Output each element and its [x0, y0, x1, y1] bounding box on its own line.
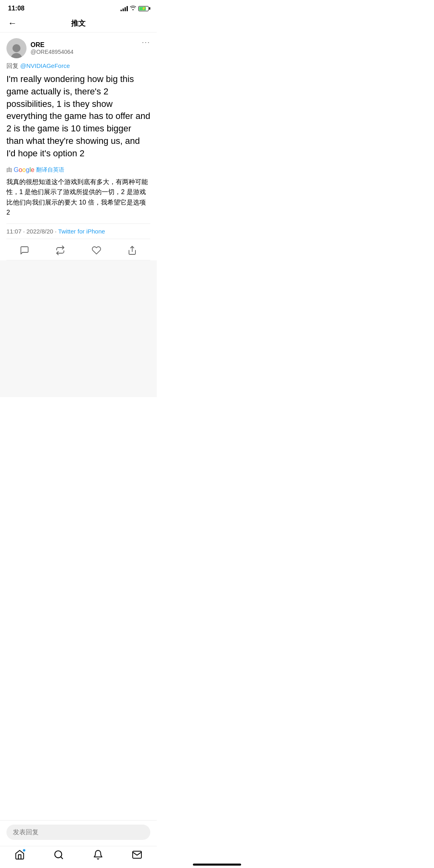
reply-to-user-link[interactable]: @NVIDIAGeForce — [20, 62, 70, 69]
like-button[interactable] — [92, 246, 101, 255]
signal-icon — [121, 6, 128, 11]
battery-icon: ⚡ — [138, 6, 149, 11]
translated-text: 我真的很想知道这个游戏到底有多大，有两种可能性，1 是他们展示了游戏所提供的一切… — [6, 177, 150, 218]
tweet-text: I'm really wondering how big this game a… — [6, 73, 150, 160]
content-spacer — [0, 260, 157, 397]
tweet-meta: 11:07 · 2022/8/20 · Twitter for iPhone — [6, 223, 150, 239]
more-options-button[interactable]: ··· — [142, 38, 150, 47]
back-button[interactable]: ← — [8, 18, 17, 29]
user-names: ORE @ORE48954064 — [31, 41, 74, 55]
reply-to: 回复 @NVIDIAGeForce — [6, 62, 150, 70]
page-title: 推文 — [71, 18, 86, 28]
share-button[interactable] — [127, 246, 137, 255]
tweet-user-row: ORE @ORE48954064 ··· — [6, 38, 150, 58]
retweet-button[interactable] — [55, 246, 65, 255]
reply-button[interactable] — [20, 246, 29, 255]
tweet-container: ORE @ORE48954064 ··· 回复 @NVIDIAGeForce I… — [0, 33, 157, 260]
display-name: ORE — [31, 41, 74, 49]
google-logo: Google — [14, 166, 35, 174]
avatar — [6, 38, 27, 58]
translate-by-label: 由 — [6, 166, 12, 174]
tweet-time: 11:07 — [6, 228, 22, 235]
status-icons: ⚡ — [121, 5, 149, 12]
tweet-source[interactable]: Twitter for iPhone — [58, 228, 105, 235]
status-bar: 11:08 ⚡ — [0, 0, 157, 14]
status-time: 11:08 — [8, 5, 25, 12]
action-bar — [6, 241, 150, 260]
wifi-icon — [130, 5, 136, 12]
translation-banner: 由 Google 翻译自英语 — [6, 166, 150, 174]
translate-from-label[interactable]: 翻译自英语 — [36, 166, 64, 174]
tweet-user-info: ORE @ORE48954064 — [6, 38, 74, 58]
user-handle: @ORE48954064 — [31, 49, 74, 55]
tweet-date: 2022/8/20 — [27, 228, 53, 235]
tweet-header-bar: ← 推文 — [0, 14, 157, 33]
